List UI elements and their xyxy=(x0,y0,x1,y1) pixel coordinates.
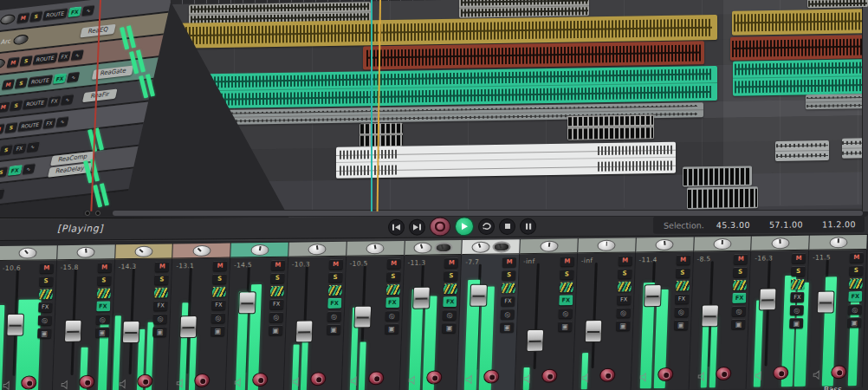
fx-button[interactable]: FX xyxy=(501,296,515,306)
tcp-route-button[interactable]: ROUTE xyxy=(42,8,68,20)
volume-fader[interactable] xyxy=(6,314,24,336)
speaker-icon[interactable] xyxy=(407,373,418,389)
env-button[interactable]: ▣ xyxy=(211,326,224,336)
routing-button[interactable] xyxy=(38,289,52,299)
pan-knob[interactable] xyxy=(434,242,452,253)
routing-button[interactable] xyxy=(96,288,110,298)
record-arm-button[interactable] xyxy=(368,371,385,385)
pan-knob[interactable] xyxy=(76,246,94,257)
fx-button[interactable]: FX xyxy=(153,300,167,310)
fx-button[interactable]: FX xyxy=(38,302,52,312)
tcp-env-button[interactable]: ∿ xyxy=(61,94,74,105)
volume-fader[interactable] xyxy=(817,290,835,313)
media-item[interactable] xyxy=(683,166,752,186)
play-button[interactable] xyxy=(455,217,474,236)
speaker-icon[interactable] xyxy=(118,376,129,390)
tcp-s-button[interactable]: S xyxy=(20,55,34,67)
routing-button[interactable] xyxy=(617,281,631,291)
speaker-icon[interactable] xyxy=(176,375,187,390)
go-to-start-button[interactable] xyxy=(388,218,405,235)
trim-button[interactable]: ◎ xyxy=(848,304,862,315)
pan-knob[interactable] xyxy=(492,241,510,252)
mute-button[interactable]: M xyxy=(676,255,690,265)
pan-knob[interactable] xyxy=(366,243,384,254)
tcp-s-button[interactable]: S xyxy=(29,10,43,22)
record-arm-button[interactable] xyxy=(773,366,789,380)
tcp-route-button[interactable]: ROUTE xyxy=(28,75,53,87)
routing-button[interactable] xyxy=(444,283,457,294)
record-arm-button[interactable] xyxy=(79,375,95,389)
mixer-strip[interactable]: -14.5MSFX◎▣ xyxy=(226,243,289,390)
solo-button[interactable]: S xyxy=(97,275,111,285)
solo-button[interactable]: S xyxy=(560,269,573,279)
tcp-s-button[interactable]: S xyxy=(4,122,18,133)
tcp-fx-button[interactable]: FX xyxy=(68,6,82,17)
trim-button[interactable]: ◎ xyxy=(790,305,804,315)
fx-button[interactable]: FX xyxy=(675,294,689,304)
volume-fader[interactable] xyxy=(470,284,488,307)
fx-button[interactable]: FX xyxy=(385,297,399,308)
tcp-s-button[interactable]: S xyxy=(0,144,13,155)
volume-fader[interactable] xyxy=(179,315,198,338)
trim-button[interactable]: ◎ xyxy=(153,313,167,323)
tcp-route-button[interactable]: ROUTE xyxy=(33,52,58,64)
routing-button[interactable] xyxy=(502,283,515,293)
routing-button[interactable] xyxy=(385,284,399,295)
tcp-env-button[interactable]: ∿ xyxy=(67,71,81,82)
mixer-strip[interactable]: -11.4MSFX◎▣ xyxy=(631,237,694,390)
media-item[interactable] xyxy=(775,140,829,161)
hscroll-zoom-dot[interactable] xyxy=(85,211,90,216)
fx-button[interactable]: FX xyxy=(96,301,110,311)
routing-button[interactable] xyxy=(849,278,863,289)
solo-button[interactable]: S xyxy=(328,272,342,283)
record-arm-button[interactable] xyxy=(716,367,732,380)
routing-button[interactable] xyxy=(154,287,168,297)
volume-fader[interactable] xyxy=(353,305,372,328)
fx-button[interactable]: FX xyxy=(559,295,573,305)
trim-button[interactable]: ◎ xyxy=(385,310,398,321)
tcp-route-button[interactable]: ROUTE xyxy=(17,119,42,131)
env-button[interactable]: ▣ xyxy=(847,317,861,328)
mute-button[interactable]: M xyxy=(97,262,111,272)
mixer-strip[interactable]: -14.3MSFX◎▣ xyxy=(110,244,173,390)
solo-button[interactable]: S xyxy=(849,265,863,276)
mixer-strip[interactable]: -10.6MSFX◎▣ xyxy=(0,245,58,390)
mixer-strip[interactable]: -16.3MSFX◎▣ xyxy=(747,236,810,389)
solo-button[interactable]: S xyxy=(270,273,284,283)
trim-button[interactable]: ◎ xyxy=(559,308,573,318)
mixer-strip[interactable]: -8.5MSFX◎▣ xyxy=(689,237,752,390)
speaker-icon[interactable] xyxy=(465,372,476,388)
mute-button[interactable]: M xyxy=(734,254,748,264)
pan-knob[interactable] xyxy=(19,247,37,258)
solo-button[interactable]: S xyxy=(734,267,748,277)
trim-button[interactable]: ◎ xyxy=(37,315,51,325)
pan-knob[interactable] xyxy=(829,237,847,248)
speaker-icon[interactable] xyxy=(813,367,824,384)
vertical-scrollbar[interactable] xyxy=(862,7,868,211)
mute-button[interactable]: M xyxy=(560,256,574,266)
record-arm-button[interactable] xyxy=(310,372,327,386)
solo-button[interactable]: S xyxy=(155,274,169,284)
record-arm-button[interactable] xyxy=(831,365,847,379)
env-button[interactable]: ▣ xyxy=(616,320,630,330)
fx-button[interactable]: FX xyxy=(327,298,341,309)
mute-button[interactable]: M xyxy=(792,253,806,263)
trim-button[interactable]: ◎ xyxy=(501,309,515,319)
pan-knob[interactable] xyxy=(471,241,489,252)
solo-button[interactable]: S xyxy=(444,270,458,281)
horizontal-scrollbar[interactable] xyxy=(83,210,868,217)
volume-fader[interactable] xyxy=(585,320,603,342)
env-button[interactable]: ▣ xyxy=(269,325,282,335)
selection-start[interactable]: 45.3.00 xyxy=(716,219,750,229)
fx-button[interactable]: FX xyxy=(790,292,804,302)
trim-button[interactable]: ◎ xyxy=(616,307,630,317)
routing-button[interactable] xyxy=(212,287,226,297)
trim-button[interactable]: ◎ xyxy=(732,306,746,316)
tcp-s-button[interactable]: S xyxy=(0,166,8,178)
env-button[interactable]: ▣ xyxy=(442,322,456,333)
routing-button[interactable] xyxy=(270,286,284,296)
record-arm-knob[interactable] xyxy=(0,81,1,92)
volume-fader[interactable] xyxy=(238,291,256,314)
go-to-end-button[interactable] xyxy=(409,218,425,235)
mixer-strip[interactable]: -10.5MSFX◎▣ xyxy=(341,241,405,390)
